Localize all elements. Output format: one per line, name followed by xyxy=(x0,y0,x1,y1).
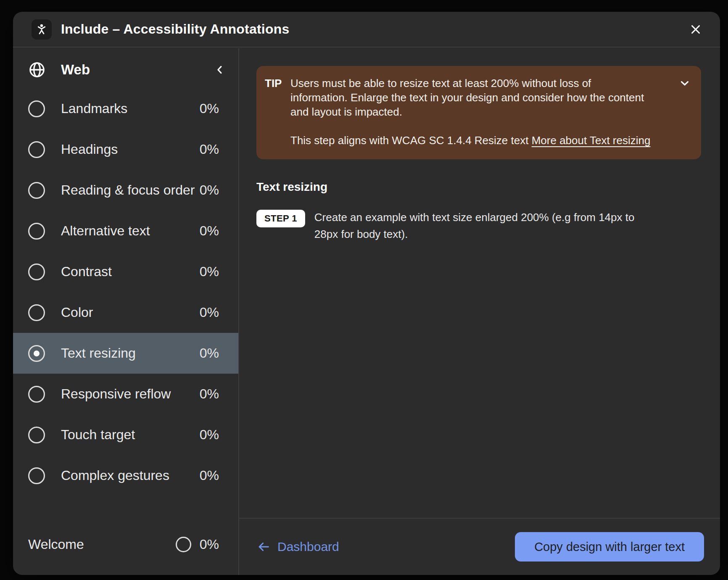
content-footer: Dashboard Copy design with larger text xyxy=(239,518,720,575)
sidebar-item-welcome[interactable]: Welcome 0% xyxy=(13,524,238,565)
sidebar-item-percent: 0% xyxy=(200,182,219,198)
arrow-left-icon xyxy=(256,540,271,554)
sidebar-section-label: Web xyxy=(61,62,90,78)
sidebar-list: Landmarks 0% Headings 0% Reading & focus… xyxy=(13,88,238,496)
globe-icon xyxy=(28,61,46,79)
section-heading: Text resizing xyxy=(256,180,701,194)
dialog-header: Include – Accessibility Annotations xyxy=(13,12,720,47)
sidebar-item-label: Color xyxy=(61,305,93,320)
chevron-left-icon xyxy=(214,64,226,76)
sidebar-item[interactable]: Landmarks 0% xyxy=(13,88,238,129)
accessibility-person-icon xyxy=(35,23,48,36)
tip-body-line: Users must be able to resize text at lea… xyxy=(290,76,650,90)
step-item: STEP 1 Create an example with text size … xyxy=(256,209,701,243)
tip-label: TIP xyxy=(265,76,285,148)
tip-body-line: information. Enlarge the text in your de… xyxy=(290,90,650,105)
sidebar-item[interactable]: Headings 0% xyxy=(13,129,238,170)
sidebar-item[interactable]: Alternative text 0% xyxy=(13,211,238,251)
radio-icon[interactable] xyxy=(28,264,45,280)
sidebar-item[interactable]: Complex gestures 0% xyxy=(13,455,238,496)
sidebar-item-label: Responsive reflow xyxy=(61,386,171,402)
collapse-sidebar-button[interactable] xyxy=(214,64,226,76)
tip-collapse-button[interactable] xyxy=(678,77,691,90)
close-icon xyxy=(688,22,703,37)
sidebar-item[interactable]: Text resizing 0% xyxy=(13,333,238,374)
radio-icon[interactable] xyxy=(28,386,45,403)
sidebar-item-label: Complex gestures xyxy=(61,468,169,483)
sidebar-item-percent: 0% xyxy=(200,468,219,483)
tip-callout: TIP Users must be able to resize text at… xyxy=(256,66,701,159)
app-icon-badge xyxy=(32,19,52,40)
radio-icon[interactable] xyxy=(176,537,191,552)
radio-icon[interactable] xyxy=(28,141,45,158)
sidebar-item[interactable]: Responsive reflow 0% xyxy=(13,374,238,414)
sidebar-item-percent: 0% xyxy=(200,305,219,320)
dialog-body: Web Landmarks 0% Headings 0% Reading & f… xyxy=(13,48,720,575)
sidebar-item-label: Contrast xyxy=(61,264,112,279)
sidebar-item-label: Text resizing xyxy=(61,345,136,361)
radio-icon[interactable] xyxy=(28,223,45,240)
welcome-label: Welcome xyxy=(28,537,84,552)
welcome-percent: 0% xyxy=(200,537,219,552)
step-badge: STEP 1 xyxy=(256,210,305,227)
chevron-down-icon xyxy=(678,77,691,90)
accessibility-annotations-dialog: Include – Accessibility Annotations Web xyxy=(13,12,720,575)
sidebar-item-percent: 0% xyxy=(200,427,219,443)
more-about-text-resizing-link[interactable]: More about Text resizing xyxy=(532,134,651,147)
radio-icon[interactable] xyxy=(28,100,45,117)
sidebar-item[interactable]: Touch target 0% xyxy=(13,414,238,455)
step-description: Create an example with text size enlarge… xyxy=(314,209,635,243)
sidebar-item-percent: 0% xyxy=(200,101,219,116)
sidebar-item[interactable]: Reading & focus order 0% xyxy=(13,170,238,211)
sidebar-item-percent: 0% xyxy=(200,386,219,402)
sidebar-item-percent: 0% xyxy=(200,264,219,279)
radio-icon[interactable] xyxy=(28,182,45,199)
radio-icon[interactable] xyxy=(28,304,45,321)
sidebar-item-percent: 0% xyxy=(200,142,219,157)
tip-wcag-text: This step aligns with WCAG SC 1.4.4 Resi… xyxy=(290,134,528,147)
sidebar-item-label: Reading & focus order xyxy=(61,182,195,198)
tip-body-line: and layout is impacted. xyxy=(290,105,650,119)
sidebar-item[interactable]: Contrast 0% xyxy=(13,251,238,292)
step-description-line: Create an example with text size enlarge… xyxy=(314,209,635,226)
tip-body: Users must be able to resize text at lea… xyxy=(290,76,650,148)
dialog-title: Include – Accessibility Annotations xyxy=(61,21,289,37)
tip-wcag-line: This step aligns with WCAG SC 1.4.4 Resi… xyxy=(290,133,650,148)
dashboard-back-link[interactable]: Dashboard xyxy=(256,540,339,554)
sidebar-item-label: Touch target xyxy=(61,427,135,443)
sidebar-section-web[interactable]: Web xyxy=(13,51,238,88)
close-button[interactable] xyxy=(686,19,706,40)
sidebar-item[interactable]: Color 0% xyxy=(13,292,238,333)
radio-icon[interactable] xyxy=(28,427,45,443)
radio-icon[interactable] xyxy=(28,467,45,484)
checklist-sidebar: Web Landmarks 0% Headings 0% Reading & f… xyxy=(13,48,239,575)
dashboard-link-label: Dashboard xyxy=(277,540,339,554)
sidebar-item-percent: 0% xyxy=(200,223,219,239)
radio-icon[interactable] xyxy=(28,345,45,362)
sidebar-item-percent: 0% xyxy=(200,345,219,361)
sidebar-item-label: Landmarks xyxy=(61,101,127,116)
sidebar-item-label: Alternative text xyxy=(61,223,150,239)
sidebar-item-label: Headings xyxy=(61,142,118,157)
copy-design-button[interactable]: Copy design with larger text xyxy=(515,532,704,562)
step-description-line: 28px for body text). xyxy=(314,226,635,243)
main-content: TIP Users must be able to resize text at… xyxy=(239,48,720,575)
